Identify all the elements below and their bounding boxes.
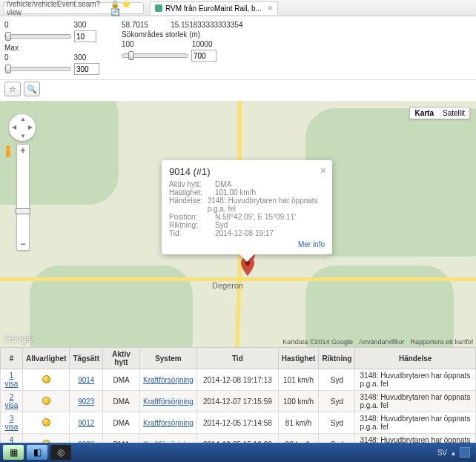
row-time: 2014-12-07 17:15:59 xyxy=(196,391,278,412)
severity-icon xyxy=(42,375,50,383)
area-max: 10000 xyxy=(192,40,213,48)
star-icon: ☆ xyxy=(9,85,16,94)
th-system[interactable]: System xyxy=(140,348,197,369)
arrow-left-icon[interactable]: ◀ xyxy=(12,124,16,131)
map[interactable]: Degeron Karta Satellit ▲ ▼ ◀ ▶ + − × 901… xyxy=(0,101,476,347)
map-footer: Kartdata ©2014 Google Användarvillkor Ra… xyxy=(282,338,473,346)
toolbar: ☆ 🔍 xyxy=(0,80,476,101)
area-label: Sökområdes storlek (m) xyxy=(122,30,242,39)
close-icon[interactable]: × xyxy=(268,4,273,13)
task-circle-icon[interactable]: ◎ xyxy=(50,445,71,460)
tray-chevron-icon[interactable]: ▴ xyxy=(452,449,455,457)
place-label: Degeron xyxy=(212,281,243,290)
area-min: 100 xyxy=(122,40,134,48)
row-system-link[interactable]: Kraftförsörjning xyxy=(143,419,194,427)
row-direction: Syd xyxy=(319,391,355,412)
task-app-icon[interactable]: ◧ xyxy=(27,445,47,460)
map-report-link[interactable]: Rapportera ett kartfel xyxy=(410,338,473,346)
row-time: 2014-12-08 19:17:13 xyxy=(196,369,278,391)
row-system-link[interactable]: Kraftförsörjning xyxy=(143,376,194,384)
area-value[interactable] xyxy=(191,50,216,62)
arrow-up-icon[interactable]: ▲ xyxy=(20,116,26,122)
iw-key-speed: Hastighet: xyxy=(169,188,215,197)
th-event[interactable]: Händelse xyxy=(355,348,476,369)
range1-value[interactable] xyxy=(74,30,96,42)
row-event: 3148: Huvudbrytaren har öppnats p.g.a. f… xyxy=(355,391,476,412)
map-road xyxy=(0,277,245,281)
th-hytt[interactable]: Aktiv hytt xyxy=(103,348,140,369)
search-button[interactable]: 🔍 xyxy=(24,82,40,96)
iw-val-dir: Syd xyxy=(215,221,228,229)
map-terms-link[interactable]: Användarvillkor xyxy=(359,338,405,346)
info-more-link[interactable]: Mer info xyxy=(298,240,325,248)
th-tag[interactable]: Tågsätt xyxy=(70,348,103,369)
iw-val-event: 3148: Huvudbrytaren har öppnats p.g.a. f… xyxy=(208,197,325,213)
range1-max: 300 xyxy=(74,21,87,29)
pan-control[interactable]: ▲ ▼ ◀ ▶ xyxy=(9,114,36,141)
severity-icon xyxy=(42,397,50,405)
row-tag-link[interactable]: 9012 xyxy=(78,419,94,427)
table-row: 3 visa9012DMAKraftförsörjning2014-12-05 … xyxy=(1,412,476,434)
url-actions: 🔒 ⭐ 🔄 xyxy=(110,0,140,16)
favorite-button[interactable]: ☆ xyxy=(4,82,21,96)
svg-point-0 xyxy=(6,145,10,150)
task-excel-icon[interactable]: ▦ xyxy=(3,445,24,460)
close-icon[interactable]: × xyxy=(320,165,326,176)
row-event: 3148: Huvudbrytaren har öppnats p.g.a. f… xyxy=(355,412,476,434)
severity-icon xyxy=(42,418,50,426)
max-label: Max xyxy=(4,44,99,52)
iw-val-pos: N 58°42.09', E 15°09.11' xyxy=(215,213,296,221)
range2-value[interactable] xyxy=(74,63,99,75)
th-time[interactable]: Tid xyxy=(196,348,278,369)
arrow-down-icon[interactable]: ▼ xyxy=(20,133,26,139)
th-severity[interactable]: Allvarlighet xyxy=(23,348,70,369)
row-hytt: DMA xyxy=(103,391,140,412)
range1-slider[interactable] xyxy=(4,34,71,39)
range2-slider[interactable] xyxy=(4,67,71,71)
th-direction[interactable]: Riktning xyxy=(319,348,355,369)
taskbar: ▦ ◧ ◎ SV ▴ xyxy=(0,443,476,462)
iw-val-speed: 101.00 km/h xyxy=(215,188,256,197)
th-speed[interactable]: Hastighet xyxy=(278,348,319,369)
zoom-out-button[interactable]: − xyxy=(17,238,29,250)
row-show-link[interactable]: 3 visa xyxy=(5,415,19,431)
range1-min: 0 xyxy=(4,21,9,29)
zoom-slider[interactable] xyxy=(17,156,29,238)
iw-val-hytt: DMA xyxy=(215,180,231,188)
info-title: 9014 (#1) xyxy=(169,166,325,177)
row-speed: 100 km/h xyxy=(278,391,319,412)
filter-controls: 0 300 Max 0 300 58.7015 15.1518333333333… xyxy=(0,16,476,80)
row-system-link[interactable]: Kraftförsörjning xyxy=(143,397,194,406)
row-show-link[interactable]: 1 visa xyxy=(5,372,19,388)
area-slider[interactable] xyxy=(122,53,188,58)
map-data-attribution: Kartdata ©2014 Google xyxy=(282,338,353,346)
iw-key-time: Tid: xyxy=(169,229,215,237)
coord-lat: 58.7015 xyxy=(122,21,148,29)
iw-key-event: Händelse: xyxy=(169,197,208,213)
map-type-satellite[interactable]: Satellit xyxy=(438,108,469,119)
map-type-map[interactable]: Karta xyxy=(410,108,438,119)
browser-tab[interactable]: RVM från EuroMaint Rail, b... × xyxy=(150,1,278,15)
zoom-in-button[interactable]: + xyxy=(17,145,29,156)
row-direction: Syd xyxy=(319,369,355,391)
row-hytt: DMA xyxy=(103,369,140,391)
row-time: 2014-12-05 17:14:58 xyxy=(196,412,278,434)
search-icon: 🔍 xyxy=(27,85,37,94)
tab-title: RVM från EuroMaint Rail, b... xyxy=(165,4,262,13)
browser-bar: /vehicle/vehicleEvent.seam?view 🔒 ⭐ 🔄 RV… xyxy=(0,0,476,16)
streetview-pegman-icon[interactable] xyxy=(3,144,13,160)
row-show-link[interactable]: 2 visa xyxy=(5,393,19,409)
tray-show-desktop[interactable] xyxy=(460,447,470,458)
row-speed: 81 km/h xyxy=(278,412,319,434)
table-row: 1 visa9014DMAKraftförsörjning2014-12-08 … xyxy=(1,369,476,391)
th-num[interactable]: # xyxy=(1,348,23,369)
svg-rect-1 xyxy=(6,150,10,157)
tab-favicon-icon xyxy=(155,4,162,12)
system-tray: SV ▴ xyxy=(437,447,473,458)
tray-lang[interactable]: SV xyxy=(437,449,447,457)
row-tag-link[interactable]: 9023 xyxy=(78,397,94,406)
zoom-control: + − xyxy=(16,144,30,251)
arrow-right-icon[interactable]: ▶ xyxy=(28,124,33,131)
url-box[interactable]: /vehicle/vehicleEvent.seam?view 🔒 ⭐ 🔄 xyxy=(3,2,144,14)
row-tag-link[interactable]: 9014 xyxy=(78,376,94,384)
